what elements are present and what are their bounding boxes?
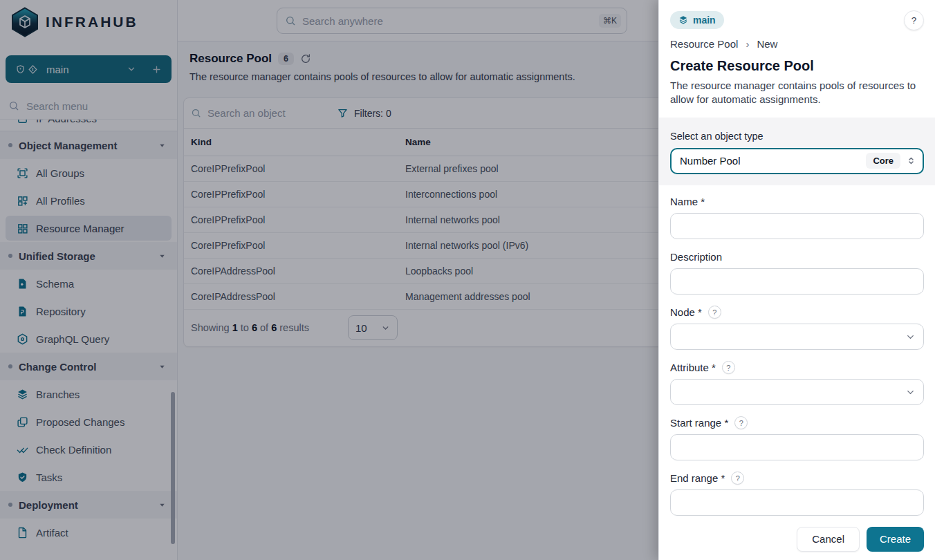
breadcrumb: Resource Pool › New [670,38,924,50]
branch-badge-label: main [693,15,716,26]
field-label: Start range * [670,417,728,429]
create-form: Name * Description Node * ? Attribute * … [659,185,935,516]
chevron-down-icon [905,387,916,398]
end-range-input[interactable] [670,489,924,516]
drawer-title: Create Resource Pool [670,58,924,74]
drawer-description: The resource manager contains pools of r… [670,79,920,107]
object-type-section: Select an object type Number Pool Core [659,118,935,185]
object-type-select[interactable]: Number Pool Core [670,148,924,174]
field-description: Description [670,250,924,295]
chevron-up-down-icon [906,156,916,166]
field-label: End range * [670,472,725,484]
cancel-button[interactable]: Cancel [797,527,860,552]
field-label: Attribute * [670,362,716,373]
create-resource-pool-drawer: main ? Resource Pool › New Create Resour… [658,0,935,560]
node-select[interactable] [670,324,924,350]
help-button[interactable]: ? [904,10,924,30]
branch-badge: main [670,11,724,29]
breadcrumb-parent[interactable]: Resource Pool [670,38,738,50]
chevron-right-icon: › [746,38,749,50]
object-type-value: Number Pool [680,155,866,167]
help-icon[interactable]: ? [734,416,748,429]
field-label: Name * [670,196,705,207]
field-label: Description [670,251,722,263]
field-attribute: Attribute * ? [670,361,924,405]
help-icon[interactable]: ? [722,361,735,374]
object-type-label: Select an object type [670,131,924,142]
help-icon[interactable]: ? [708,306,721,319]
name-input[interactable] [670,213,924,239]
description-input[interactable] [670,268,924,295]
field-label: Node * [670,306,702,318]
field-start-range: Start range * ? [670,416,924,460]
field-node: Node * ? [670,306,924,350]
drawer-header: main ? Resource Pool › New Create Resour… [659,0,935,107]
chevron-down-icon [905,332,916,342]
core-badge: Core [866,153,900,169]
field-name: Name * [670,195,924,239]
help-icon[interactable]: ? [731,472,744,485]
field-end-range: End range * ? [670,472,924,516]
drawer-actions: Cancel Create [659,516,935,560]
breadcrumb-current: New [757,38,777,50]
create-button[interactable]: Create [867,527,924,552]
attribute-select[interactable] [670,379,924,405]
start-range-input[interactable] [670,434,924,460]
branch-layers-icon [678,15,688,25]
